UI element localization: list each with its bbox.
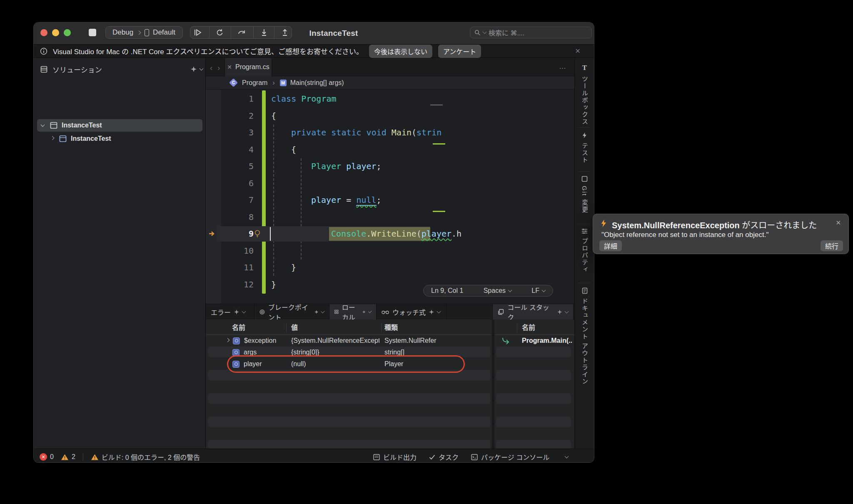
dock-tab-tests[interactable]: テスト (575, 132, 594, 164)
tasks-tab[interactable]: タスク (429, 452, 459, 462)
code-line[interactable]: 8 (206, 209, 575, 226)
close-tab-icon[interactable]: ✕ (227, 64, 232, 70)
line-number[interactable]: 8 (206, 209, 254, 226)
line-number[interactable]: 3 (206, 124, 254, 141)
toolbox-icon: T (582, 64, 587, 72)
pin-icon[interactable] (362, 309, 366, 314)
chevron-collapsed-icon[interactable] (50, 136, 55, 140)
empty-row (496, 417, 571, 427)
pin-icon[interactable] (234, 309, 239, 314)
dock-tab-git-changes[interactable]: Git 変更 (575, 176, 594, 213)
code-editor[interactable]: 1class Program2{3private static void Mai… (206, 90, 575, 304)
tab-locals[interactable]: ローカル (329, 304, 377, 319)
breadcrumb-class[interactable]: Program (242, 79, 267, 87)
line-number[interactable]: 5 (206, 158, 254, 175)
navigate-forward-icon[interactable]: › (217, 63, 220, 72)
tab-overflow-icon[interactable]: … (559, 62, 566, 71)
search-placeholder: 検索に ⌘.... (489, 27, 524, 37)
dock-tab-document-outline[interactable]: ドキュメント アウトライン (575, 287, 594, 385)
code-line[interactable]: 4{ (206, 141, 575, 158)
code-line[interactable]: 7player = null; (206, 192, 575, 209)
pin-icon[interactable] (314, 309, 319, 314)
locals-row[interactable]: $exception{System.NullReferenceException… (206, 335, 492, 347)
line-number[interactable]: 6 (206, 175, 254, 192)
search-input[interactable]: 検索に ⌘.... (470, 27, 592, 38)
error-count-icon[interactable]: ✕ (40, 453, 47, 461)
step-into-button[interactable] (261, 29, 267, 36)
chevron-collapsed-icon[interactable] (226, 338, 230, 342)
code-line[interactable]: 6 (206, 175, 575, 192)
dock-tab-toolbox[interactable]: T ツールボックス (575, 64, 594, 125)
console-icon (471, 454, 478, 460)
debug-pads: 名前 値 種類 名前 $exception{System.NullReferen… (206, 319, 575, 449)
eol-dropdown[interactable]: LF (531, 287, 545, 294)
close-notification-icon[interactable]: ✕ (575, 47, 581, 55)
tree-item-project[interactable]: InstanceTest (37, 132, 202, 145)
close-window-button[interactable] (40, 29, 47, 36)
line-number[interactable]: 2 (206, 107, 254, 125)
code-line[interactable]: 1class Program (206, 90, 575, 107)
tab-callstack[interactable]: コール スタック (493, 304, 574, 319)
chevron-down-icon[interactable] (565, 309, 569, 313)
line-number[interactable]: 7 (206, 192, 254, 209)
line-number[interactable]: 4 (206, 141, 254, 158)
line-number[interactable]: 1 (206, 90, 254, 107)
run-configuration-picker[interactable]: Debug Default (105, 26, 183, 39)
variable-type: System.NullRefer (384, 337, 491, 344)
code-line[interactable]: 3private static void Main(strin (206, 124, 575, 141)
error-count: 0 (50, 453, 54, 461)
tab-label: ローカル (342, 302, 359, 322)
lightbulb-icon[interactable] (254, 230, 261, 238)
pin-icon[interactable] (429, 309, 434, 314)
chevron-down-icon[interactable] (368, 309, 372, 313)
callstack-row[interactable]: Program.Main(.. (494, 335, 575, 347)
tab-label: Program.cs (235, 63, 269, 71)
survey-button[interactable]: アンケート (438, 45, 481, 58)
minimize-window-button[interactable] (52, 29, 59, 36)
empty-row (496, 393, 571, 404)
tree-item-solution[interactable]: InstanceTest (37, 119, 202, 132)
code-line[interactable]: 5Player player; (206, 158, 575, 175)
dock-tab-properties[interactable]: プロパティ (575, 228, 594, 273)
line-number[interactable]: 9 (206, 225, 254, 242)
stop-debug-button[interactable] (89, 29, 96, 36)
chevron-down-icon[interactable] (437, 309, 441, 313)
package-console-tab[interactable]: パッケージ コンソール (471, 452, 549, 462)
code-line[interactable]: 9Console.WriteLine(player.h (206, 225, 575, 242)
caret-position: Ln 9, Col 1 (431, 287, 463, 294)
line-number[interactable]: 12 (206, 276, 254, 293)
warning-icon[interactable] (61, 454, 69, 461)
dont-show-again-button[interactable]: 今後は表示しない (369, 45, 432, 58)
navigate-back-icon[interactable]: ‹ (210, 63, 212, 72)
code-line[interactable]: 11} (206, 259, 575, 276)
indent-mode-dropdown[interactable]: Spaces (484, 287, 511, 294)
restart-button[interactable] (216, 29, 224, 36)
tab-breakpoints[interactable]: ブレークポイント (254, 304, 329, 319)
step-over-button[interactable] (238, 29, 246, 36)
line-number[interactable]: 11 (206, 259, 254, 276)
code-text: { (271, 107, 276, 125)
method-icon: M (280, 80, 287, 86)
pin-icon[interactable] (191, 66, 197, 72)
close-popup-icon[interactable]: ✕ (836, 219, 841, 227)
build-output-tab[interactable]: ビルド出力 (373, 452, 417, 462)
details-button[interactable]: 詳細 (599, 240, 622, 251)
chevron-expanded-icon[interactable] (41, 123, 45, 127)
chevron-down-icon[interactable] (565, 454, 569, 459)
callstack-icon (498, 309, 504, 315)
zoom-window-button[interactable] (64, 29, 71, 36)
line-number[interactable]: 10 (206, 242, 254, 259)
chevron-down-icon[interactable] (321, 309, 325, 313)
tab-errors[interactable]: エラー (206, 304, 254, 319)
code-line[interactable]: 2{ (206, 107, 575, 125)
breadcrumb-method[interactable]: Main(string[] args) (290, 79, 344, 87)
pin-icon[interactable] (557, 309, 562, 314)
chevron-down-icon[interactable] (200, 67, 204, 71)
chevron-down-icon[interactable] (242, 309, 246, 313)
tab-program-cs[interactable]: ✕ Program.cs (224, 58, 272, 76)
step-out-button[interactable] (282, 29, 288, 36)
code-line[interactable]: 10 (206, 242, 575, 259)
continue-button[interactable] (194, 29, 202, 36)
tab-watch[interactable]: ウォッチ式 (377, 304, 446, 319)
continue-exec-button[interactable]: 続行 (821, 240, 843, 251)
